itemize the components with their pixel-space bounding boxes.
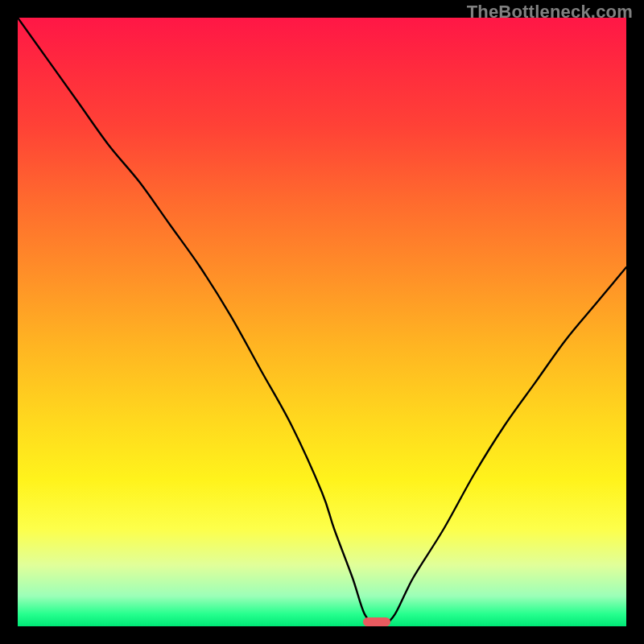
plot-area — [18, 18, 626, 626]
watermark-text: TheBottleneck.com — [467, 2, 633, 23]
minimum-marker — [363, 617, 390, 626]
curve-path — [18, 18, 626, 626]
chart-frame: TheBottleneck.com — [0, 0, 644, 644]
bottleneck-curve — [18, 18, 626, 626]
